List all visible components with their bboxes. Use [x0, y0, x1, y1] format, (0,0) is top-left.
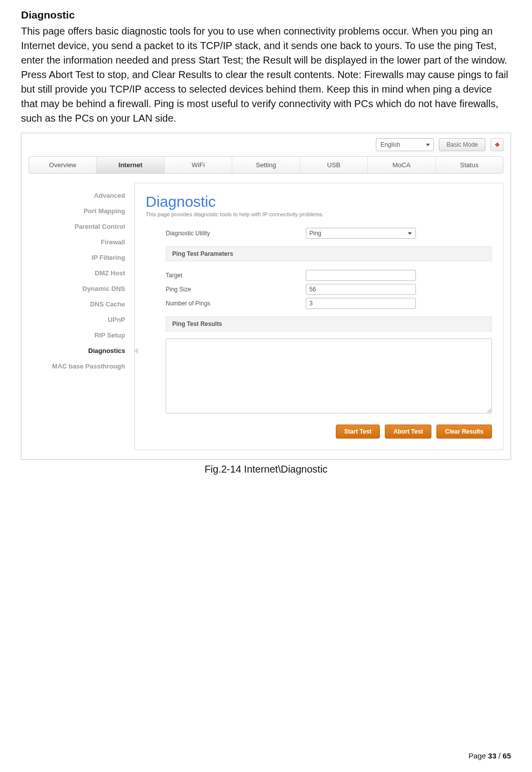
tab-status[interactable]: Status: [436, 157, 503, 173]
screenshot-frame: English Basic Mode ✥ OverviewInternetWiF…: [21, 133, 511, 460]
abort-test-button[interactable]: Abort Test: [385, 425, 431, 439]
sidebar-item-upnp[interactable]: UPnP: [22, 312, 134, 327]
tab-wifi[interactable]: WiFi: [165, 157, 232, 173]
content-panel: Diagnostic This page provides diagnostic…: [134, 183, 503, 450]
main-tabs: OverviewInternetWiFiSettingUSBMoCAStatus: [29, 156, 503, 174]
sidebar: AdvancedPort MappingParental ControlFire…: [22, 174, 134, 459]
ping-size-input[interactable]: [306, 284, 416, 295]
diagnostic-utility-select[interactable]: Ping: [306, 228, 416, 239]
tab-usb[interactable]: USB: [300, 157, 368, 173]
target-label: Target: [166, 268, 306, 282]
sidebar-item-dns-cache[interactable]: DNS Cache: [22, 296, 134, 312]
doc-section-body: This page offers basic diagnostic tools …: [21, 24, 511, 126]
start-test-button[interactable]: Start Test: [336, 425, 380, 439]
sidebar-item-dmz-host[interactable]: DMZ Host: [22, 265, 134, 281]
tab-internet[interactable]: Internet: [97, 157, 164, 173]
sidebar-item-parental-control[interactable]: Parental Control: [22, 219, 134, 234]
ping-results-header: Ping Test Results: [166, 316, 492, 331]
network-map-icon[interactable]: ✥: [490, 138, 503, 151]
number-of-pings-input[interactable]: [306, 298, 416, 309]
doc-section-title: Diagnostic: [21, 9, 511, 21]
page-number: Page 33 / 65: [468, 751, 511, 760]
page-title: Diagnostic: [146, 193, 492, 210]
sidebar-item-rip-setup[interactable]: RIP Setup: [22, 327, 134, 343]
top-bar: English Basic Mode ✥: [22, 133, 510, 151]
diagnostic-utility-label: Diagnostic Utility: [166, 226, 306, 240]
target-input[interactable]: [306, 270, 416, 281]
sidebar-item-ip-filtering[interactable]: IP Filtering: [22, 250, 134, 265]
sidebar-item-mac-base-passthrough[interactable]: MAC base Passthrough: [22, 358, 134, 374]
clear-results-button[interactable]: Clear Results: [436, 425, 492, 439]
sidebar-item-diagnostics[interactable]: Diagnostics: [22, 343, 134, 358]
sidebar-item-firewall[interactable]: Firewall: [22, 234, 134, 250]
page-subtitle: This page provides diagnostic tools to h…: [146, 211, 492, 217]
sidebar-item-dynamic-dns[interactable]: Dynamic DNS: [22, 281, 134, 296]
sidebar-item-advanced[interactable]: Advanced: [22, 188, 134, 203]
figure-caption: Fig.2-14 Internet\Diagnostic: [21, 464, 511, 475]
basic-mode-button[interactable]: Basic Mode: [439, 138, 485, 151]
ping-results-textarea[interactable]: [166, 338, 492, 414]
ping-size-label: Ping Size: [166, 282, 306, 296]
tab-overview[interactable]: Overview: [29, 157, 97, 173]
tab-setting[interactable]: Setting: [232, 157, 300, 173]
sidebar-item-port-mapping[interactable]: Port Mapping: [22, 203, 134, 219]
number-of-pings-label: Number of Pings: [166, 296, 306, 310]
language-select[interactable]: English: [376, 138, 434, 151]
ping-parameters-header: Ping Test Parameters: [166, 246, 492, 261]
tab-moca[interactable]: MoCA: [368, 157, 435, 173]
